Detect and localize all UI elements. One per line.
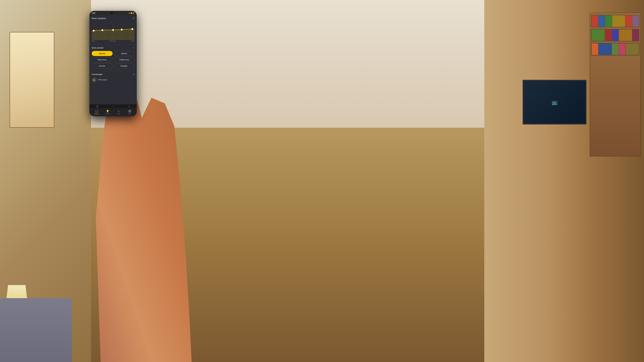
reset-icon[interactable]: ↺ bbox=[132, 17, 134, 19]
window bbox=[10, 32, 54, 128]
svg-point-1 bbox=[102, 29, 103, 31]
svg-point-3 bbox=[121, 29, 122, 30]
preset-treble-boost[interactable]: Treble boost bbox=[114, 57, 135, 62]
svg-point-0 bbox=[93, 30, 94, 31]
about-label: About bbox=[117, 113, 120, 115]
right-wall: 📺 bbox=[484, 0, 644, 362]
video-icon: 🎬 bbox=[128, 110, 131, 113]
treble-label: Treble bbox=[130, 40, 134, 42]
eq-labels: Bass Mid-range Treble bbox=[92, 40, 134, 42]
soundscape-list-icon[interactable]: ≡ bbox=[133, 73, 134, 76]
camera-notch bbox=[111, 12, 113, 14]
bookshelf bbox=[590, 13, 641, 156]
preset-speech[interactable]: Speech bbox=[114, 51, 135, 56]
presets-header: Music presets + bbox=[92, 46, 134, 49]
soundscape-section: Soundscape ≡ ▶ Pink noise bbox=[90, 72, 137, 84]
nav-video[interactable]: 🎬 Video bbox=[126, 110, 134, 115]
soundscape-name: Pink noise bbox=[98, 79, 107, 81]
app-content: Music equalizer ↺ bbox=[90, 15, 137, 108]
sofa bbox=[0, 298, 72, 362]
preset-energize[interactable]: Energize bbox=[114, 63, 135, 68]
android-back-icon[interactable]: ◁ bbox=[128, 105, 130, 108]
equalizer-section: Bass Mid-range Treble bbox=[90, 21, 137, 43]
nav-headset[interactable]: 🎧 Headset bbox=[93, 110, 100, 115]
eq-curve-svg bbox=[92, 21, 134, 40]
about-icon: ℹ bbox=[118, 110, 119, 113]
preset-neutral[interactable]: Neutral bbox=[92, 51, 112, 56]
preset-smooth[interactable]: Smooth bbox=[92, 63, 112, 68]
soundscape-header: Soundscape ≡ bbox=[92, 73, 134, 76]
video-label: Video bbox=[128, 113, 131, 115]
soundscape-item: ▶ Pink noise bbox=[92, 77, 134, 82]
hand bbox=[80, 75, 208, 362]
status-bar: 1:04 ⚡ 📶 🔋 bbox=[90, 11, 137, 15]
phone-wrapper: 1:04 ⚡ 📶 🔋 Music equalizer ↺ bbox=[90, 11, 137, 116]
phone: 1:04 ⚡ 📶 🔋 Music equalizer ↺ bbox=[90, 11, 137, 116]
play-button[interactable]: ▶ bbox=[92, 77, 97, 82]
divider-presets bbox=[90, 71, 137, 71]
nav-discover[interactable]: 💡 Discover bbox=[104, 110, 112, 115]
presets-section: Music presets + Neutral Speech Bass boos… bbox=[90, 45, 137, 70]
soundscape-title: Soundscape bbox=[92, 73, 102, 75]
presets-title: Music presets bbox=[92, 47, 104, 49]
left-wall bbox=[0, 0, 91, 362]
app-title: Music equalizer bbox=[92, 17, 106, 19]
mid-label: Mid-range bbox=[110, 40, 116, 42]
add-preset-icon[interactable]: + bbox=[133, 46, 134, 49]
play-icon: ▶ bbox=[94, 79, 95, 81]
signal-icon: 📶 bbox=[130, 12, 132, 14]
android-home-icon[interactable]: ○ bbox=[112, 105, 114, 108]
discover-label: Discover bbox=[105, 113, 110, 115]
divider-eq bbox=[90, 44, 137, 44]
bluetooth-icon: ⚡ bbox=[128, 12, 130, 14]
svg-point-4 bbox=[132, 28, 133, 30]
preset-bass-boost[interactable]: Bass boost bbox=[92, 57, 112, 62]
svg-point-2 bbox=[112, 29, 114, 31]
battery-icon: 🔋 bbox=[133, 12, 134, 14]
eq-canvas[interactable] bbox=[92, 21, 134, 40]
tv: 📺 bbox=[522, 80, 586, 124]
android-nav-bar: ||| ○ ◁ bbox=[90, 104, 137, 108]
status-time: 1:04 bbox=[92, 12, 95, 14]
hand-shape bbox=[96, 75, 192, 362]
headset-label: Headset bbox=[94, 113, 99, 115]
discover-icon: 💡 bbox=[106, 110, 109, 113]
bass-label: Bass bbox=[92, 40, 95, 42]
android-recent-icon[interactable]: ||| bbox=[96, 105, 98, 108]
status-icons: ⚡ 📶 🔋 bbox=[128, 12, 134, 14]
headset-icon: 🎧 bbox=[95, 110, 98, 113]
nav-about[interactable]: ℹ About bbox=[115, 110, 123, 115]
presets-grid: Neutral Speech Bass boost Treble boost S… bbox=[92, 51, 134, 68]
bottom-nav: 🎧 Headset 💡 Discover ℹ About 🎬 Video bbox=[90, 108, 137, 116]
app-header: Music equalizer ↺ bbox=[90, 15, 137, 21]
